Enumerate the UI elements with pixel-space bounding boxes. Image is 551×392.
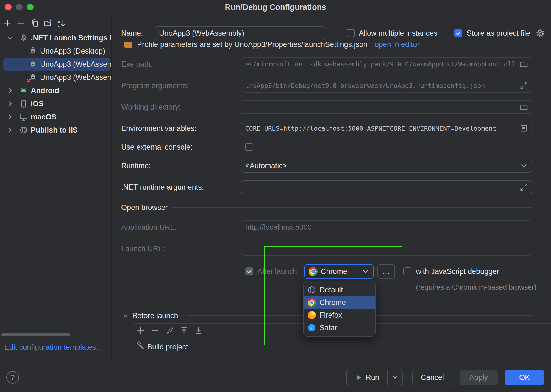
- android-icon: [19, 86, 28, 95]
- tree-item-net-launch-profiles[interactable]: .NET Launch Settings Profiles: [0, 31, 111, 44]
- dotnet-runtime-arguments-label: .NET runtime arguments:: [121, 180, 204, 194]
- zoom-icon[interactable]: [27, 4, 34, 10]
- sidebar-horizontal-scrollbar[interactable]: [1, 333, 70, 336]
- before-launch-remove-button[interactable]: [150, 325, 161, 336]
- tree-item-unoapp3-desktop[interactable]: UnoApp3 (Desktop): [0, 44, 111, 58]
- tree-item-unoapp3-webassembly-error[interactable]: UnoApp3 (WebAssembly): [0, 71, 111, 84]
- globe-icon: [308, 286, 316, 294]
- name-input[interactable]: UnoApp3 (WebAssembly): [155, 26, 325, 40]
- launch-url-input[interactable]: [241, 242, 532, 256]
- tree-item-android[interactable]: Android: [0, 84, 111, 97]
- chrome-icon: [309, 267, 318, 276]
- tree-item-unoapp3-webassembly[interactable]: UnoApp3 (WebAssembly): [0, 58, 111, 71]
- apply-button[interactable]: Apply: [460, 370, 498, 385]
- remove-button[interactable]: [15, 18, 26, 28]
- profile-parameters-banner: Profile parameters are set by UnoApp3/Pr…: [121, 42, 532, 53]
- help-button[interactable]: ?: [6, 371, 19, 384]
- chrome-icon: [308, 298, 316, 307]
- allow-multiple-instances-checkbox[interactable]: [347, 29, 355, 37]
- ok-button[interactable]: OK: [505, 370, 544, 385]
- exe-path-input[interactable]: es/microsoft.net.sdk.webassembly.pack/9.…: [241, 57, 532, 71]
- store-settings-gear-button[interactable]: [536, 29, 545, 38]
- close-icon[interactable]: [5, 4, 12, 10]
- browser-select-value: Chrome: [321, 267, 361, 276]
- tree-item-label: Android: [31, 86, 59, 95]
- svg-text:a: a: [58, 19, 60, 23]
- new-folder-icon: [44, 19, 52, 27]
- use-external-console-checkbox[interactable]: [245, 143, 253, 151]
- exe-path-label: Exe path:: [121, 57, 152, 71]
- edit-templates-link[interactable]: Edit configuration templates...: [4, 343, 102, 352]
- open-browser-section-title: Open browser: [121, 201, 168, 214]
- application-url-input[interactable]: http://localhost:5000: [241, 220, 532, 234]
- sort-configurations-button[interactable]: az: [56, 18, 66, 28]
- chevron-down-icon: [361, 268, 369, 275]
- js-debugger-checkbox[interactable]: [403, 267, 411, 275]
- after-launch-label: After launch: [257, 265, 297, 278]
- tree-item-label: macOS: [31, 113, 56, 121]
- before-launch-task-build-project[interactable]: Build project: [147, 340, 188, 354]
- run-button[interactable]: Run: [346, 370, 403, 385]
- launch-profile-icon: [29, 73, 37, 82]
- before-launch-move-up-button[interactable]: [179, 325, 190, 336]
- folder-icon[interactable]: [520, 103, 528, 111]
- cancel-button[interactable]: Cancel: [412, 370, 452, 385]
- menu-item-chrome[interactable]: Chrome: [304, 296, 375, 309]
- chevron-right-icon[interactable]: [6, 100, 14, 108]
- publish-iis-icon: [19, 126, 28, 135]
- new-folder-button[interactable]: [43, 18, 53, 28]
- chevron-right-icon[interactable]: [6, 86, 14, 95]
- tree-item-label: UnoApp3 (WebAssembly): [40, 60, 111, 69]
- before-launch-edit-button[interactable]: [165, 325, 176, 336]
- store-as-project-file-checkbox[interactable]: [454, 29, 462, 37]
- menu-item-default[interactable]: Default: [304, 284, 375, 296]
- chevron-right-icon[interactable]: [6, 126, 14, 134]
- before-launch-add-button[interactable]: [135, 325, 146, 336]
- store-as-project-file-label: Store as project file: [467, 26, 530, 40]
- js-debugger-label: with JavaScript debugger: [416, 265, 499, 278]
- menu-item-safari[interactable]: Safari: [304, 321, 375, 334]
- edit-icon: [166, 326, 174, 335]
- copy-configuration-button[interactable]: [30, 18, 40, 28]
- run-button-main[interactable]: Run: [347, 370, 387, 385]
- tree-item-ios[interactable]: iOS: [0, 97, 111, 110]
- expand-icon[interactable]: [520, 82, 528, 90]
- folder-icon[interactable]: [520, 60, 528, 68]
- working-directory-input[interactable]: [241, 100, 532, 114]
- sort-alpha-icon: az: [57, 19, 65, 27]
- browse-browsers-button[interactable]: ...: [377, 264, 395, 279]
- panel-border: [134, 338, 551, 338]
- copy-icon: [31, 19, 39, 27]
- runtime-select[interactable]: <Automatic>: [241, 159, 532, 173]
- env-list-icon[interactable]: [520, 124, 528, 133]
- expand-icon[interactable]: [520, 183, 528, 191]
- banner-text: Profile parameters are set by UnoApp3/Pr…: [137, 42, 368, 49]
- tree-item-publish-to-iis[interactable]: Publish to IIS: [0, 124, 111, 137]
- chevron-down-icon[interactable]: [6, 34, 14, 42]
- warning-icon: [124, 42, 132, 48]
- hammer-icon: [136, 341, 144, 350]
- chevron-right-icon[interactable]: [6, 113, 14, 121]
- menu-item-firefox[interactable]: Firefox: [304, 309, 375, 321]
- configuration-editor: Name: UnoApp3 (WebAssembly) Allow multip…: [112, 14, 551, 362]
- tree-item-label: iOS: [31, 100, 44, 108]
- play-icon: [355, 374, 362, 381]
- dotnet-runtime-arguments-input[interactable]: [241, 180, 532, 194]
- program-arguments-input[interactable]: lnoApp3/bin/Debug/net9.0-browserwasm/Uno…: [241, 79, 532, 93]
- launch-profile-icon: [29, 47, 37, 55]
- before-launch-move-down-button[interactable]: [193, 325, 204, 336]
- configurations-tree: .NET Launch Settings Profiles UnoApp3 (D…: [0, 31, 111, 137]
- ios-icon: [19, 99, 28, 108]
- window-title: Run/Debug Configurations: [225, 3, 326, 12]
- after-launch-checkbox[interactable]: [245, 267, 253, 275]
- tree-item-macos[interactable]: macOS: [0, 110, 111, 124]
- run-button-dropdown[interactable]: [387, 370, 402, 385]
- environment-variables-input[interactable]: CORE_URLS=http://localhost:5000 ASPNETCO…: [241, 122, 532, 135]
- open-in-editor-link[interactable]: open in editor: [375, 42, 420, 49]
- launch-profile-icon: [29, 60, 37, 69]
- firefox-icon: [308, 311, 316, 319]
- chevron-down-icon[interactable]: [122, 312, 129, 320]
- minimize-icon[interactable]: [16, 4, 23, 10]
- add-button[interactable]: [2, 18, 13, 28]
- browser-select[interactable]: Chrome: [304, 264, 374, 279]
